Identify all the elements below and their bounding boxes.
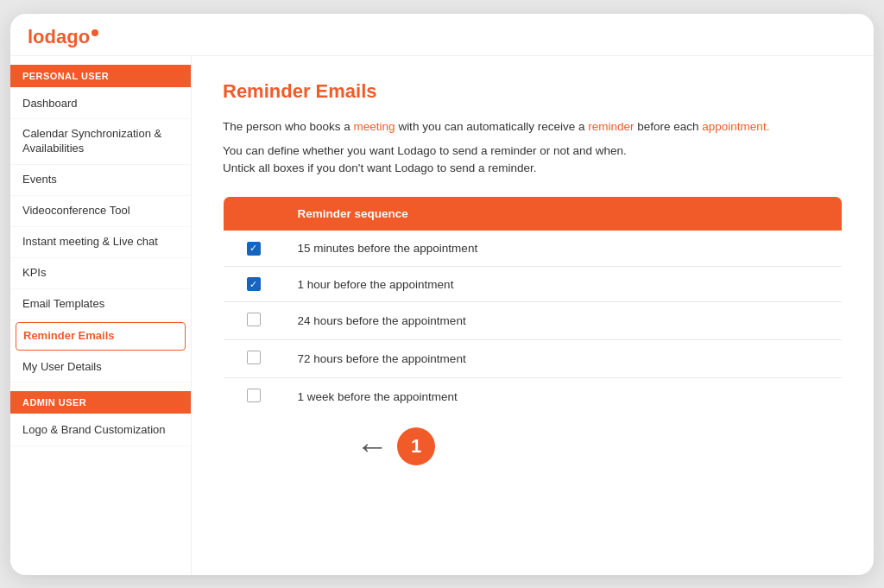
- table-cell-checkbox-2[interactable]: [224, 266, 284, 302]
- reminder-table: Reminder sequence 15 minutes before the …: [223, 196, 843, 416]
- table-cell-label-4: 72 hours before the appointment: [284, 340, 843, 378]
- table-row: 15 minutes before the appointment: [224, 231, 843, 266]
- sidebar-item-dashboard[interactable]: Dashboard: [10, 89, 191, 120]
- sidebar: PERSONAL USER Dashboard Calendar Synchro…: [10, 56, 192, 575]
- sidebar-item-logo-brand[interactable]: Logo & Brand Customization: [10, 415, 191, 446]
- sidebar-item-events[interactable]: Events: [10, 165, 191, 196]
- sidebar-item-calendar-sync[interactable]: Calendar Synchronization & Availabilitie…: [10, 119, 191, 165]
- desc-part1: The person who books a: [223, 120, 354, 133]
- logo-dot: [92, 29, 98, 36]
- back-arrow-icon: ←: [356, 430, 388, 463]
- annotation-badge: 1: [397, 427, 435, 465]
- table-cell-label-1: 15 minutes before the appointment: [284, 231, 843, 266]
- table-cell-checkbox-3[interactable]: [224, 302, 284, 340]
- main-layout: PERSONAL USER Dashboard Calendar Synchro…: [10, 56, 874, 575]
- desc-part3: before each: [635, 120, 703, 133]
- table-cell-checkbox-1[interactable]: [224, 231, 284, 266]
- table-cell-label-2: 1 hour before the appointment: [284, 266, 843, 302]
- desc2-line1: You can define whether you want Lodago t…: [223, 144, 627, 157]
- sidebar-item-videoconference[interactable]: Videoconference Tool: [10, 196, 191, 227]
- table-row: 1 week before the appointment: [224, 378, 843, 416]
- content-area: Reminder Emails The person who books a m…: [192, 56, 874, 575]
- desc2-line2: Untick all boxes if you don't want Lodag…: [223, 161, 537, 174]
- checkbox-3[interactable]: [247, 313, 261, 326]
- table-row: 72 hours before the appointment: [224, 340, 843, 378]
- desc-part2: with you can automatically receive a: [395, 120, 589, 133]
- logo: lodago: [28, 26, 98, 48]
- sidebar-item-reminder-emails[interactable]: Reminder Emails: [16, 322, 186, 351]
- description-line1: The person who books a meeting with you …: [223, 118, 843, 136]
- sidebar-item-email-templates[interactable]: Email Templates: [10, 289, 191, 320]
- annotation-wrapper: ← 1: [356, 427, 435, 465]
- description-line2: You can define whether you want Lodago t…: [223, 142, 843, 178]
- app-window: lodago PERSONAL USER Dashboard Calendar …: [10, 14, 874, 575]
- table-cell-checkbox-5[interactable]: [224, 378, 284, 416]
- desc-reminder: reminder: [588, 120, 634, 133]
- checkbox-5[interactable]: [247, 389, 261, 402]
- desc-appointment: appointment.: [702, 120, 769, 133]
- sidebar-item-my-user-details[interactable]: My User Details: [10, 352, 191, 383]
- table-row: 24 hours before the appointment: [224, 302, 843, 340]
- table-row: 1 hour before the appointment: [224, 266, 843, 302]
- sidebar-item-kpis[interactable]: KPIs: [10, 258, 191, 289]
- desc-meeting: meeting: [354, 120, 395, 133]
- table-header-row: Reminder sequence: [224, 197, 843, 231]
- personal-user-header: PERSONAL USER: [10, 65, 191, 87]
- table-cell-label-5: 1 week before the appointment: [284, 378, 843, 416]
- sidebar-item-instant-meeting[interactable]: Instant meeting & Live chat: [10, 227, 191, 258]
- page-title: Reminder Emails: [223, 80, 843, 103]
- table-col2-header: Reminder sequence: [284, 197, 843, 231]
- checkbox-2[interactable]: [247, 277, 261, 291]
- table-cell-label-3: 24 hours before the appointment: [284, 302, 843, 340]
- table-col1-header: [224, 197, 284, 231]
- logo-text: lodago: [28, 26, 90, 48]
- checkbox-1[interactable]: [247, 242, 261, 256]
- table-cell-checkbox-4[interactable]: [224, 340, 284, 378]
- admin-user-header: ADMIN USER: [10, 391, 191, 414]
- top-bar: lodago: [10, 14, 874, 56]
- checkbox-4[interactable]: [247, 351, 261, 364]
